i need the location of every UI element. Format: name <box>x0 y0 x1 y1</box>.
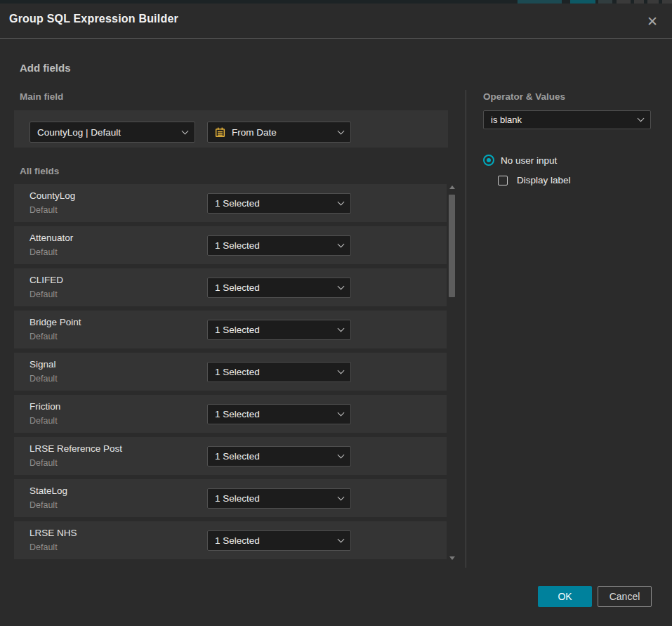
field-name: CountyLog <box>29 190 75 201</box>
chevron-down-icon <box>338 241 345 248</box>
field-subtitle: Default <box>29 332 58 341</box>
selected-count-label: 1 Selected <box>215 451 333 462</box>
field-name: Signal <box>29 359 56 370</box>
chevron-down-icon <box>338 199 345 206</box>
screen: Group SQL Expression Builder ✕ Add field… <box>0 0 672 626</box>
chevron-down-icon <box>338 325 345 332</box>
field-row: LRSE Reference Post Default 1 Selected <box>14 437 447 475</box>
field-subtitle: Default <box>29 416 58 426</box>
ok-button[interactable]: OK <box>538 586 592 607</box>
scrollbar-up-arrow-icon[interactable] <box>449 185 455 189</box>
chevron-down-icon <box>338 367 345 374</box>
field-row: CLIFED Default 1 Selected <box>14 268 447 306</box>
field-name: Friction <box>29 401 60 412</box>
checkbox-unchecked-icon <box>498 176 508 185</box>
date-dropdown-value: From Date <box>232 127 333 138</box>
selected-count-label: 1 Selected <box>215 409 333 419</box>
field-row: LRSE NHS Default 1 Selected <box>14 521 447 559</box>
selected-count-label: 1 Selected <box>215 493 333 504</box>
main-field-panel: CountyLog | Default From Date <box>14 110 448 148</box>
panel-divider <box>466 90 466 568</box>
chevron-down-icon <box>638 115 645 122</box>
dialog-title: Group SQL Expression Builder <box>9 13 178 25</box>
group-sql-expression-builder-dialog: Group SQL Expression Builder ✕ Add field… <box>0 4 672 626</box>
radio-selected-icon <box>483 155 494 166</box>
calendar-icon <box>215 127 225 138</box>
field-subtitle: Default <box>29 500 58 510</box>
all-fields-label: All fields <box>20 166 59 176</box>
field-selected-dropdown[interactable]: 1 Selected <box>207 235 351 256</box>
add-fields-heading: Add fields <box>20 62 71 74</box>
chevron-down-icon <box>338 127 345 134</box>
chevron-down-icon <box>338 410 345 417</box>
field-subtitle: Default <box>29 542 58 552</box>
display-label-checkbox[interactable]: Display label <box>498 175 571 185</box>
main-field-layer-dropdown[interactable]: CountyLog | Default <box>29 122 195 143</box>
field-subtitle: Default <box>29 205 58 215</box>
cancel-button[interactable]: Cancel <box>598 586 652 607</box>
chevron-down-icon <box>338 283 345 290</box>
main-field-label: Main field <box>20 91 63 102</box>
field-row: Bridge Point Default 1 Selected <box>14 311 447 348</box>
scrollbar-down-arrow-icon[interactable] <box>449 556 455 560</box>
chevron-down-icon <box>182 127 189 134</box>
field-name: StateLog <box>29 485 67 496</box>
field-selected-dropdown[interactable]: 1 Selected <box>207 446 351 467</box>
chevron-down-icon <box>338 452 345 459</box>
field-name: LRSE Reference Post <box>29 443 122 454</box>
field-selected-dropdown[interactable]: 1 Selected <box>207 404 351 424</box>
field-subtitle: Default <box>29 374 58 384</box>
field-name: LRSE NHS <box>29 528 77 538</box>
layer-dropdown-value: CountyLog | Default <box>37 127 177 138</box>
selected-count-label: 1 Selected <box>215 535 333 546</box>
chevron-down-icon <box>338 536 345 543</box>
all-fields-list: CountyLog Default 1 Selected Attenuator … <box>14 184 447 563</box>
selected-count-label: 1 Selected <box>215 240 333 251</box>
selected-count-label: 1 Selected <box>215 198 333 209</box>
field-row: Friction Default 1 Selected <box>14 395 447 433</box>
field-subtitle: Default <box>29 247 58 257</box>
dialog-titlebar: Group SQL Expression Builder ✕ <box>0 4 672 39</box>
field-name: Bridge Point <box>29 317 81 327</box>
radio-label: No user input <box>501 155 557 166</box>
field-selected-dropdown[interactable]: 1 Selected <box>207 362 351 382</box>
checkbox-label: Display label <box>517 175 571 185</box>
operator-dropdown[interactable]: is blank <box>483 110 651 129</box>
field-row: StateLog Default 1 Selected <box>14 479 447 517</box>
selected-count-label: 1 Selected <box>215 325 333 335</box>
close-icon[interactable]: ✕ <box>643 11 662 31</box>
field-selected-dropdown[interactable]: 1 Selected <box>207 320 351 340</box>
selected-count-label: 1 Selected <box>215 367 333 377</box>
operator-dropdown-value: is blank <box>491 115 633 125</box>
field-selected-dropdown[interactable]: 1 Selected <box>207 278 351 298</box>
operator-values-heading: Operator & Values <box>483 91 565 102</box>
field-subtitle: Default <box>29 458 58 468</box>
main-field-date-dropdown[interactable]: From Date <box>207 122 351 143</box>
field-row: Attenuator Default 1 Selected <box>14 226 447 264</box>
field-row: CountyLog Default 1 Selected <box>14 184 447 222</box>
chevron-down-icon <box>338 494 345 501</box>
scrollbar-thumb[interactable] <box>449 195 455 297</box>
field-selected-dropdown[interactable]: 1 Selected <box>207 530 351 551</box>
field-selected-dropdown[interactable]: 1 Selected <box>207 488 351 509</box>
selected-count-label: 1 Selected <box>215 282 333 293</box>
field-row: Signal Default 1 Selected <box>14 353 447 391</box>
field-name: Attenuator <box>29 233 73 243</box>
field-name: CLIFED <box>29 275 63 285</box>
field-selected-dropdown[interactable]: 1 Selected <box>207 193 351 214</box>
no-user-input-radio[interactable]: No user input <box>483 155 557 166</box>
field-subtitle: Default <box>29 289 58 299</box>
